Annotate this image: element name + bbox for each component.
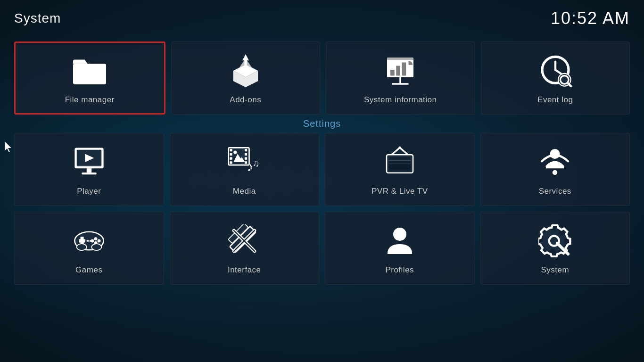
tile-add-ons-label: Add-ons bbox=[230, 95, 261, 105]
svg-point-37 bbox=[234, 150, 237, 154]
svg-line-40 bbox=[391, 148, 400, 155]
svg-rect-7 bbox=[390, 70, 395, 75]
svg-rect-25 bbox=[74, 165, 103, 168]
tile-interface[interactable]: Interface bbox=[170, 212, 320, 285]
svg-rect-33 bbox=[245, 153, 247, 155]
settings-row-1: Player bbox=[14, 133, 630, 206]
svg-point-63 bbox=[91, 244, 101, 250]
svg-rect-29 bbox=[230, 153, 232, 155]
tile-event-log[interactable]: Event log bbox=[481, 41, 630, 115]
svg-rect-23 bbox=[87, 168, 92, 173]
tile-file-manager-label: File manager bbox=[65, 95, 115, 105]
svg-line-13 bbox=[555, 70, 561, 74]
tile-add-ons[interactable]: Add-ons bbox=[171, 41, 321, 115]
tile-file-manager[interactable]: File manager bbox=[14, 41, 165, 115]
svg-point-42 bbox=[398, 146, 401, 148]
media-icon: ♪ ♫ bbox=[225, 143, 263, 181]
tile-media[interactable]: ♪ ♫ Media bbox=[170, 133, 320, 206]
svg-line-41 bbox=[400, 148, 408, 155]
svg-point-55 bbox=[94, 237, 97, 240]
tile-system-information-label: System information bbox=[364, 95, 437, 105]
svg-rect-59 bbox=[87, 240, 89, 242]
profiles-icon bbox=[381, 222, 419, 260]
clock: 10:52 AM bbox=[551, 8, 630, 28]
tile-player-label: Player bbox=[77, 187, 101, 196]
event-log-icon bbox=[537, 52, 574, 90]
svg-rect-3 bbox=[387, 58, 413, 60]
tile-services-label: Services bbox=[539, 187, 571, 196]
tile-player[interactable]: Player bbox=[14, 133, 164, 206]
tile-pvr-live-tv-label: PVR & Live TV bbox=[372, 187, 428, 196]
header: System 10:52 AM bbox=[0, 0, 644, 37]
svg-point-50 bbox=[550, 149, 560, 159]
svg-rect-8 bbox=[396, 66, 401, 75]
tile-event-log-label: Event log bbox=[537, 95, 573, 105]
svg-rect-32 bbox=[245, 149, 247, 151]
svg-rect-4 bbox=[400, 77, 402, 84]
svg-point-72 bbox=[393, 228, 406, 241]
tile-interface-label: Interface bbox=[228, 265, 261, 275]
tile-media-label: Media bbox=[233, 187, 256, 196]
page-title: System bbox=[14, 11, 61, 26]
svg-rect-31 bbox=[230, 161, 232, 164]
svg-point-62 bbox=[77, 244, 87, 250]
svg-point-56 bbox=[97, 239, 100, 242]
svg-text:♫: ♫ bbox=[253, 158, 259, 168]
settings-grid: Player bbox=[14, 133, 630, 285]
tile-games-label: Games bbox=[75, 265, 102, 275]
svg-rect-6 bbox=[400, 83, 409, 85]
main-content: File manager Add-ons bbox=[0, 37, 644, 294]
tile-system[interactable]: System bbox=[480, 212, 630, 285]
svg-rect-30 bbox=[230, 157, 232, 159]
svg-line-18 bbox=[568, 83, 571, 86]
svg-rect-1 bbox=[73, 64, 106, 67]
svg-point-49 bbox=[553, 170, 558, 175]
top-row: File manager Add-ons bbox=[14, 41, 630, 115]
file-manager-icon bbox=[71, 52, 108, 90]
tile-pvr-live-tv[interactable]: PVR & Live TV bbox=[325, 133, 475, 206]
tile-system-information[interactable]: System information bbox=[326, 41, 475, 115]
settings-label: Settings bbox=[14, 118, 630, 129]
svg-rect-5 bbox=[392, 83, 401, 85]
services-icon bbox=[536, 143, 574, 181]
svg-point-75 bbox=[556, 241, 559, 245]
svg-rect-24 bbox=[82, 172, 97, 174]
system-icon bbox=[536, 222, 574, 260]
player-icon bbox=[70, 143, 108, 181]
tile-profiles-label: Profiles bbox=[385, 265, 414, 275]
system-information-icon bbox=[381, 52, 419, 90]
svg-rect-60 bbox=[90, 240, 91, 242]
settings-row-2: Games bbox=[14, 212, 630, 285]
add-ons-icon bbox=[227, 52, 264, 90]
interface-icon bbox=[225, 222, 263, 260]
tile-profiles[interactable]: Profiles bbox=[325, 212, 475, 285]
tile-system-label: System bbox=[541, 265, 569, 275]
svg-rect-28 bbox=[230, 149, 232, 151]
games-icon bbox=[70, 222, 108, 260]
tile-games[interactable]: Games bbox=[14, 212, 164, 285]
pvr-live-tv-icon bbox=[381, 143, 419, 181]
tile-services[interactable]: Services bbox=[480, 133, 630, 206]
